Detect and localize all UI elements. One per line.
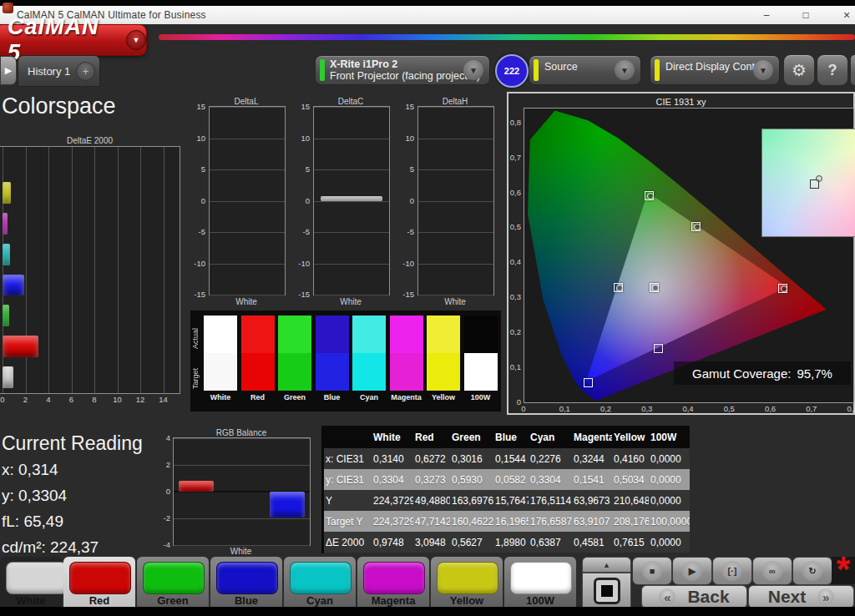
pattern-button-magenta[interactable]: Magenta	[357, 557, 429, 607]
y-tick-label: 0	[293, 196, 310, 205]
maximize-button[interactable]: □	[793, 6, 818, 24]
transport-continuous-button[interactable]: ∞	[752, 557, 792, 585]
clipped-toolbar-button[interactable]	[850, 54, 855, 86]
question-icon: ?	[828, 62, 837, 79]
minimize-button[interactable]: –	[754, 6, 779, 24]
transport-refresh-button[interactable]: ↻	[792, 557, 832, 585]
logo-dropdown-icon[interactable]: ▼	[126, 30, 146, 50]
value-cell: 47,7142	[413, 516, 450, 528]
pattern-label: Cyan	[284, 594, 356, 607]
pattern-button-blue[interactable]: Blue	[210, 557, 282, 607]
target-swatch	[427, 353, 460, 391]
pattern-button-yellow[interactable]: Yellow	[431, 557, 503, 607]
table-header-cell: Cyan	[529, 432, 572, 443]
value-cell: 100,0000	[649, 516, 690, 528]
source-dropdown[interactable]: Source ▼	[529, 55, 641, 85]
gridline	[418, 139, 493, 139]
pattern-button-red[interactable]: Red	[63, 557, 135, 607]
target-swatch	[352, 353, 386, 391]
pattern-swatch	[290, 562, 352, 594]
y-tick-label: -15	[397, 290, 414, 299]
cie-x-tick: 0,7	[803, 404, 820, 413]
chevron-right-icon: ▶	[5, 65, 12, 76]
cie-actual-marker-yellow	[694, 224, 701, 230]
transport-stop-button[interactable]: ■	[632, 557, 672, 585]
cie-y-tick: 0,3	[508, 292, 521, 301]
value-cell: 0,3304	[529, 474, 572, 486]
y-tick-label: -10	[293, 259, 310, 268]
play-icon: ▶	[682, 561, 702, 581]
close-button[interactable]: ×	[834, 6, 855, 24]
settings-button[interactable]: ⚙	[783, 54, 815, 86]
cie-actual-marker-green	[647, 193, 654, 199]
pattern-button-100w[interactable]: 100W	[504, 557, 576, 607]
chevron-down-icon[interactable]: ▼	[753, 60, 773, 80]
swatch-block	[390, 316, 423, 391]
rgb-balance-xlabel: White	[173, 547, 309, 556]
actual-swatch	[352, 316, 386, 353]
cie-x-tick: 0,5	[721, 404, 737, 413]
gridline	[314, 264, 389, 265]
table-row-5: ΔE 20000,97483,09480,56271,89800,63870,4…	[324, 532, 690, 553]
deltae-chart-plot	[0, 146, 180, 394]
pattern-button-white[interactable]: White	[0, 557, 62, 607]
back-button[interactable]: « Back	[641, 585, 747, 608]
table-row-3: Y224,372949,4880163,697615,7647176,51146…	[324, 490, 690, 511]
target-swatch	[241, 353, 275, 391]
next-button[interactable]: Next »	[748, 585, 854, 608]
swatch-label: Red	[241, 393, 275, 401]
cie-y-tick: 0,5	[508, 222, 521, 231]
chevron-down-icon[interactable]: ▼	[615, 60, 635, 80]
y-tick-label: 5	[293, 164, 310, 174]
pattern-window-button[interactable]	[582, 573, 631, 608]
help-button[interactable]: ?	[817, 54, 848, 86]
app-icon	[3, 3, 13, 13]
gridline	[174, 518, 310, 519]
target-row-label: Target	[191, 357, 202, 399]
value-cell: 0,6272	[413, 453, 450, 465]
actual-swatch	[464, 316, 498, 353]
pattern-button-cyan[interactable]: Cyan	[284, 557, 356, 607]
measurement-count-badge[interactable]: 222	[495, 54, 529, 88]
pattern-window-up-button[interactable]: ▲	[582, 557, 631, 573]
pattern-button-green[interactable]: Green	[137, 557, 209, 607]
deltaC-plot	[313, 106, 390, 295]
reading-cdm: cd/m²: 224,37	[2, 538, 99, 557]
transport-step-button[interactable]: [·]	[712, 557, 752, 585]
workflow-expand-button[interactable]: ▶	[0, 56, 17, 85]
deltaC-chart: DeltaC White 151050-5-10-15	[293, 94, 388, 308]
value-cell: 0,2276	[529, 453, 572, 465]
chevron-down-icon[interactable]: ▼	[463, 60, 483, 80]
tab-history-1[interactable]: History 1 +	[18, 55, 100, 87]
deltaH-title: DeltaH	[417, 97, 493, 106]
add-tab-button[interactable]: +	[76, 62, 95, 81]
deltaH-plot	[417, 106, 494, 295]
cie-actual-marker-cyan	[616, 285, 623, 291]
value-cell: 176,6587	[529, 516, 572, 528]
window-pattern-icon	[594, 578, 620, 604]
display-control-dropdown[interactable]: Direct Display Control ▼	[650, 55, 780, 85]
gamut-coverage-value: 95,7%	[797, 366, 832, 381]
swatch-block	[427, 316, 460, 391]
calman-window: CalMAN 5 CalMAN Ultimate for Business – …	[0, 0, 855, 616]
transport-play-button[interactable]: ▶	[672, 557, 712, 585]
cie-y-tick: 0,2	[508, 327, 521, 336]
swatch-label: Cyan	[352, 393, 386, 401]
back-label: Back	[687, 587, 729, 607]
meter-selector-dropdown[interactable]: X-Rite i1Pro 2 Front Projector (facing p…	[315, 55, 490, 85]
bottom-strip	[0, 607, 855, 616]
source-label: Source	[544, 61, 578, 73]
deltae-bar-red	[3, 336, 38, 357]
tab-label: History 1	[28, 65, 70, 78]
source-status-stripe	[534, 59, 539, 81]
cie-x-tick: 0,6	[762, 404, 779, 413]
deltae-bar-white	[3, 366, 13, 388]
refresh-icon: ↻	[802, 561, 822, 581]
pattern-label: Yellow	[431, 594, 503, 607]
table-row-2: y: CIE310,33040,32730,59300,05820,33040,…	[324, 469, 690, 490]
value-cell: 160,4622	[450, 516, 493, 528]
value-cell: 63,9673	[572, 495, 612, 507]
gridline	[174, 465, 310, 466]
calman-logo[interactable]: CalMAN 5 ▼	[0, 24, 147, 56]
value-cell: 210,6484	[612, 495, 649, 507]
